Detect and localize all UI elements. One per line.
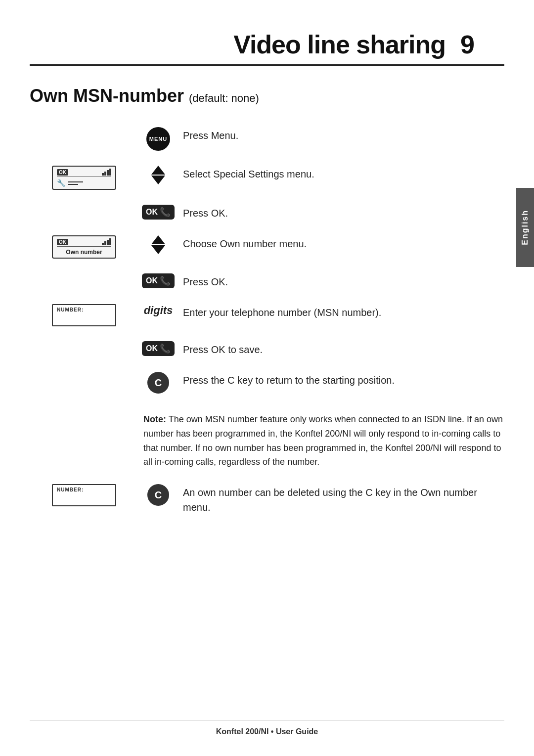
sidebar-english: English	[516, 188, 534, 267]
step-row: OK 🔧	[30, 165, 504, 190]
step-left-6: NUMBER:	[30, 303, 138, 326]
page-number: 9	[460, 30, 475, 59]
section-heading: Own MSN-number (default: none)	[30, 86, 504, 106]
arrow-keys-icon	[151, 166, 165, 184]
step-instruction-2: Select Special Settings menu.	[178, 165, 504, 181]
own-number-label: Own number	[57, 249, 111, 256]
page-header: Video line sharing 9	[30, 15, 504, 66]
step-mid-7: OK 📞	[138, 340, 178, 356]
ok-button-icon-2: OK 📞	[142, 273, 175, 288]
step-row: C Press the C key to return to the start…	[30, 371, 504, 394]
note-bold: Note:	[143, 414, 166, 424]
section-default: (default: none)	[189, 92, 259, 104]
step-mid-6: digits	[138, 303, 178, 317]
step-row: OK Own number Cho	[30, 234, 504, 259]
step-row: OK 📞 Press OK to save.	[30, 340, 504, 357]
step-row-bottom: NUMBER: C An own number can be deleted u…	[30, 483, 504, 515]
step-instruction-1: Press Menu.	[178, 126, 504, 143]
ok-button-icon-3: OK 📞	[142, 341, 175, 356]
menu-button-icon: MENU	[146, 127, 170, 151]
step-instruction-5: Press OK.	[178, 272, 504, 289]
step-instruction-4: Choose Own number menu.	[178, 234, 504, 251]
step-row: MENU Press Menu.	[30, 126, 504, 151]
step-instruction-8: Press the C key to return to the startin…	[178, 371, 504, 388]
step-left-7	[30, 340, 138, 341]
step-left-5	[30, 272, 138, 273]
note-text: The own MSN number feature only works wh…	[143, 414, 503, 467]
device-display-1: OK 🔧	[52, 166, 116, 190]
step-mid-1: MENU	[138, 126, 178, 151]
step-left-4: OK Own number	[30, 234, 138, 259]
arrow-up-icon	[151, 166, 165, 175]
page-title: Video line sharing	[233, 30, 445, 59]
step-mid-4	[138, 234, 178, 254]
arrow-up-icon-2	[151, 235, 165, 244]
digits-icon: digits	[144, 304, 173, 317]
step-instruction-6: Enter your telephone number (MSN number)…	[178, 303, 504, 320]
arrow-keys-icon-2	[151, 235, 165, 254]
step-row: OK 📞 Press OK.	[30, 204, 504, 221]
c-button-icon-2: C	[147, 484, 169, 506]
step-instruction-7: Press OK to save.	[178, 340, 504, 357]
number-input-box: NUMBER:	[52, 304, 116, 326]
step-mid-8: C	[138, 371, 178, 394]
arrow-down-icon-2	[151, 245, 165, 254]
sidebar-label: English	[521, 210, 530, 245]
step-left-bottom: NUMBER:	[30, 483, 138, 506]
step-left-8	[30, 371, 138, 372]
step-left-1	[30, 126, 138, 127]
step-instruction-bottom: An own number can be deleted using the C…	[178, 483, 504, 515]
step-mid-bottom: C	[138, 483, 178, 506]
footer-text: Konftel 200/NI • User Guide	[216, 727, 318, 736]
steps-container: MENU Press Menu. OK	[30, 126, 504, 407]
number-label: NUMBER:	[57, 307, 111, 312]
number-input-box-2: NUMBER:	[52, 484, 116, 506]
step-row: NUMBER: digits Enter your telephone numb…	[30, 303, 504, 326]
step-instruction-3: Press OK.	[178, 204, 504, 221]
step-left-2: OK 🔧	[30, 165, 138, 190]
step-left-3	[30, 204, 138, 205]
step-mid-2	[138, 165, 178, 184]
own-number-display: OK Own number	[52, 235, 116, 259]
step-mid-5: OK 📞	[138, 272, 178, 288]
note-section: Note: The own MSN number feature only wo…	[138, 412, 504, 469]
section-title: Own MSN-number	[30, 86, 184, 106]
step-row: OK 📞 Press OK.	[30, 272, 504, 289]
footer: Konftel 200/NI • User Guide	[30, 720, 504, 736]
c-button-icon: C	[147, 372, 169, 394]
main-content: Own MSN-number (default: none) MENU Pres…	[30, 86, 504, 515]
number-label-2: NUMBER:	[57, 487, 111, 492]
arrow-down-icon	[151, 176, 165, 184]
step-mid-3: OK 📞	[138, 204, 178, 220]
ok-button-icon: OK 📞	[142, 205, 175, 220]
